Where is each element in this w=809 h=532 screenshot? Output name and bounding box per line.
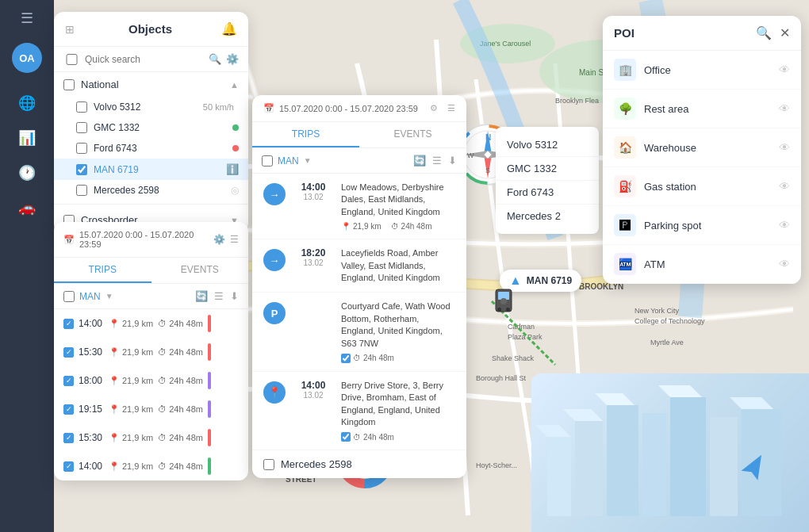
mercedes-detail-checkbox[interactable] bbox=[263, 459, 274, 470]
trip-icon-parking: P bbox=[263, 302, 286, 324]
svg-point-56 bbox=[500, 298, 507, 304]
svg-rect-55 bbox=[506, 308, 510, 312]
svg-marker-64 bbox=[535, 425, 571, 437]
detail-tab-row: TRIPS EVENTS bbox=[252, 122, 466, 148]
trip-dist-5: 📍 21,9 km bbox=[109, 433, 153, 443]
poi-item-name-office: Office bbox=[644, 64, 779, 76]
filter2-icon-download[interactable]: ⬇ bbox=[448, 155, 457, 166]
vehicle-item-ford[interactable]: Ford 6743 bbox=[54, 138, 248, 159]
trip-checkbox-4[interactable]: ✓ bbox=[63, 404, 74, 415]
poi-eye-restarea[interactable]: 👁 bbox=[779, 102, 790, 115]
poi-eye-gas[interactable]: 👁 bbox=[779, 180, 790, 193]
trip-row-4: ✓ 19:15 📍 21,9 km ⏱ 24h 48m bbox=[54, 395, 248, 423]
parking-checkbox[interactable] bbox=[341, 354, 351, 363]
vehicle-item-man[interactable]: MAN 6719 ℹ️ bbox=[54, 159, 248, 180]
gmc-checkbox[interactable] bbox=[76, 122, 87, 133]
trip-icon-route-2: → bbox=[263, 249, 286, 271]
poi-item-atm[interactable]: 🏧 ATM 👁 bbox=[603, 245, 801, 284]
man-filter2-checkbox[interactable] bbox=[262, 155, 273, 166]
trips-mini-panel: 📅 15.07.2020 0:00 - 15.07.2020 23:59 ⚙️ … bbox=[54, 222, 248, 480]
national-group: National ▲ Volvo 5312 50 km/h GMC 1332 F… bbox=[54, 72, 248, 201]
trip-checkbox-1[interactable]: ✓ bbox=[63, 319, 74, 329]
tab-trips-mini[interactable]: TRIPS bbox=[54, 258, 151, 283]
poi-search-icon[interactable]: 🔍 bbox=[756, 25, 772, 40]
poi-eye-parking[interactable]: 👁 bbox=[779, 219, 790, 232]
filter-icon-2[interactable]: ☰ bbox=[214, 290, 224, 302]
poi-eye-office[interactable]: 👁 bbox=[779, 63, 790, 76]
location-checkbox[interactable] bbox=[341, 432, 351, 442]
trip-checkbox-2[interactable]: ✓ bbox=[63, 347, 74, 358]
dist-val-1: 21,9 km bbox=[122, 319, 153, 328]
poi-header: POI 🔍 ✕ bbox=[603, 16, 801, 51]
volvo-checkbox[interactable] bbox=[76, 101, 87, 113]
dur-val-2: 24h 48m bbox=[169, 347, 203, 357]
trip-entry-addr-4: Berry Drive Store, 3, Berry Drive, Bromh… bbox=[341, 380, 455, 429]
trips-mini-settings[interactable]: ⚙️ bbox=[213, 234, 225, 245]
vehicle-icon-man bbox=[492, 285, 516, 320]
dur-icon-2: ⏱ bbox=[158, 347, 167, 357]
man-filter2-icons: 🔄 ☰ ⬇ bbox=[413, 155, 457, 166]
trip-checkbox-3[interactable]: ✓ bbox=[63, 376, 74, 386]
poi-eye-atm[interactable]: 👁 bbox=[779, 258, 790, 270]
poi-item-office[interactable]: 🏢 Office 👁 bbox=[603, 51, 801, 90]
vehicle-item-volvo[interactable]: Volvo 5312 50 km/h bbox=[54, 97, 248, 117]
tab-events-mini[interactable]: EVENTS bbox=[151, 258, 249, 283]
filter2-icon-2[interactable]: ☰ bbox=[432, 155, 442, 166]
man-checkbox[interactable] bbox=[76, 164, 87, 175]
dist-val-6: 21,9 km bbox=[122, 461, 153, 471]
filter-icon-1[interactable]: 🔄 bbox=[195, 290, 208, 302]
detail-list-icon[interactable]: ☰ bbox=[447, 103, 455, 113]
select-all-checkbox[interactable] bbox=[63, 54, 80, 65]
trip-entry-4: 📍 14:00 13.02 Berry Drive Store, 3, Berr… bbox=[252, 372, 466, 451]
settings-icon[interactable]: ⚙️ bbox=[226, 53, 239, 65]
sidebar-icon-time[interactable]: 🕐 bbox=[13, 159, 41, 187]
meta-dist-icon-1: 📍 bbox=[341, 222, 351, 231]
poi-close-icon[interactable]: ✕ bbox=[780, 25, 790, 40]
filter2-icon-1[interactable]: 🔄 bbox=[413, 155, 426, 166]
trips-mini-date-header: 📅 15.07.2020 0:00 - 15.07.2020 23:59 ⚙️ … bbox=[54, 222, 248, 258]
vehicle-name-mercedes: Mercedes 2598 bbox=[94, 185, 231, 196]
notification-icon[interactable]: 🔔 bbox=[221, 21, 237, 36]
mercedes-checkbox[interactable] bbox=[76, 185, 87, 196]
national-group-header[interactable]: National ▲ bbox=[54, 72, 248, 97]
meta-dur-icon-4: ⏱ bbox=[353, 433, 361, 442]
sidebar-icon-globe[interactable]: 🌐 bbox=[13, 89, 41, 117]
gmc-status-dot bbox=[232, 124, 239, 131]
national-checkbox[interactable] bbox=[63, 79, 75, 90]
man-info-icon[interactable]: ℹ️ bbox=[226, 163, 239, 175]
svg-rect-61 bbox=[670, 397, 706, 516]
sidebar-icon-chart[interactable]: 📊 bbox=[13, 124, 41, 152]
detail-tab-events[interactable]: EVENTS bbox=[359, 122, 466, 147]
trip-entry-right-2: Laceyfields Road, Amber Valley, East Mid… bbox=[341, 247, 455, 284]
trip-dur-5: ⏱ 24h 48m bbox=[158, 433, 203, 442]
poi-item-gas[interactable]: ⛽ Gas station 👁 bbox=[603, 167, 801, 206]
vehicle-item-mercedes[interactable]: Mercedes 2598 ◎ bbox=[54, 180, 248, 201]
detail-tab-trips[interactable]: TRIPS bbox=[252, 122, 359, 147]
filter-icon-download[interactable]: ⬇ bbox=[230, 290, 239, 302]
detail-settings-icon[interactable]: ⚙ bbox=[430, 103, 438, 113]
svg-rect-63 bbox=[742, 409, 781, 516]
avatar[interactable]: OA bbox=[12, 43, 42, 73]
search-input[interactable] bbox=[85, 54, 204, 65]
sidebar-icon-car[interactable]: 🚗 bbox=[13, 193, 41, 222]
ford-checkbox[interactable] bbox=[76, 143, 87, 154]
vehicle-item-gmc[interactable]: GMC 1332 bbox=[54, 117, 248, 138]
detail-date-range: 15.07.2020 0:00 - 15.07.2020 23:59 bbox=[279, 104, 418, 113]
man-filter-checkbox[interactable] bbox=[63, 291, 75, 302]
trip-entry-left-4: 14:00 13.02 bbox=[293, 380, 333, 442]
poi-item-parking[interactable]: 🅿 Parking spot 👁 bbox=[603, 206, 801, 245]
trip-meta-dur-1: ⏱ 24h 48m bbox=[391, 222, 432, 231]
trips-mini-list-icon[interactable]: ☰ bbox=[230, 234, 239, 245]
poi-header-icons: 🔍 ✕ bbox=[756, 25, 790, 40]
poi-item-restarea[interactable]: 🌳 Rest area 👁 bbox=[603, 90, 801, 128]
trip-checkbox-5[interactable]: ✓ bbox=[63, 433, 74, 443]
poi-eye-warehouse[interactable]: 👁 bbox=[779, 141, 790, 154]
man-filter-chevron: ▼ bbox=[105, 292, 113, 300]
menu-icon[interactable]: ☰ bbox=[21, 10, 33, 27]
trip-dur-4: ⏱ 24h 48m bbox=[158, 404, 203, 414]
dur-icon-3: ⏱ bbox=[158, 376, 167, 385]
man-filter-label: MAN bbox=[79, 291, 101, 302]
dist-icon-4: 📍 bbox=[109, 404, 120, 415]
poi-item-warehouse[interactable]: 🏠 Warehouse 👁 bbox=[603, 128, 801, 167]
trip-checkbox-6[interactable]: ✓ bbox=[63, 461, 74, 472]
